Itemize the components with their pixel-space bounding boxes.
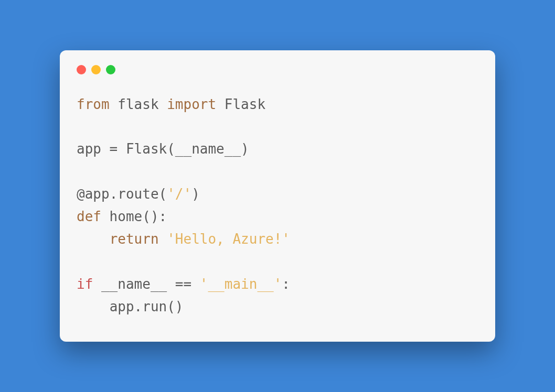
code-window: from flask import Flask app = Flask(__na… [60, 50, 495, 342]
indent [77, 231, 110, 247]
window-titlebar [77, 65, 478, 74]
code-line: app.run() [77, 299, 184, 314]
string-hello: 'Hello, Azure!' [167, 231, 290, 247]
string-main: '__main__' [200, 276, 282, 292]
code-line: app = Flask(__name__) [77, 141, 249, 157]
code-line: @app.route('/') [77, 186, 200, 202]
minimize-icon[interactable] [91, 65, 101, 74]
maximize-icon[interactable] [106, 65, 115, 74]
colon: : [282, 276, 290, 292]
code-line: from flask import Flask [77, 96, 265, 112]
app-run-call: app.run() [110, 299, 184, 314]
indent [77, 299, 110, 314]
import-name: Flask [216, 96, 265, 112]
keyword-import: import [167, 96, 216, 112]
code-line: def home(): [77, 209, 167, 224]
string-route: '/' [167, 186, 191, 202]
close-icon[interactable] [77, 65, 86, 74]
code-block: from flask import Flask app = Flask(__na… [77, 93, 478, 318]
keyword-from: from [77, 96, 110, 112]
keyword-return: return [110, 231, 159, 247]
function-name: home(): [101, 209, 167, 224]
decorator-route: .route( [110, 186, 167, 202]
code-line: return 'Hello, Azure!' [77, 231, 290, 247]
paren-close: ) [191, 186, 200, 202]
decorator-app: @app [77, 186, 110, 202]
keyword-def: def [77, 209, 101, 224]
condition: __name__ == [93, 276, 200, 292]
assignment: app = Flask(__name__) [77, 141, 249, 157]
module-name: flask [110, 96, 167, 112]
space [159, 231, 167, 247]
keyword-if: if [77, 276, 93, 292]
code-line: if __name__ == '__main__': [77, 276, 290, 292]
